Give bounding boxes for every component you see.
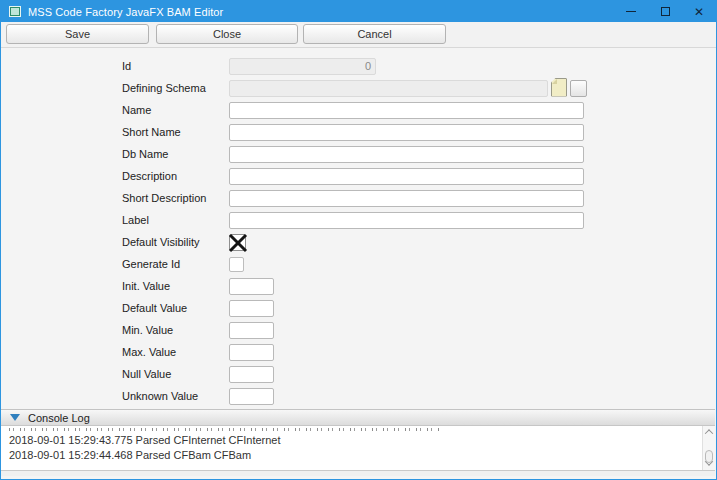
console-header[interactable]: Console Log <box>1 409 715 426</box>
name-input[interactable] <box>229 102 584 119</box>
description-label: Description <box>122 170 229 182</box>
pick-schema-button[interactable] <box>551 78 567 97</box>
clipped-log-line <box>9 428 441 431</box>
form-row-short-description: Short Description <box>1 187 715 209</box>
form-row-null-value: Null Value <box>1 363 715 385</box>
short-name-input[interactable] <box>229 124 584 141</box>
close-button[interactable]: ✕ <box>682 1 716 22</box>
log-line: 2018-09-01 15:29:44.468 Parsed CFBam CFB… <box>9 448 699 463</box>
maximize-button[interactable] <box>648 1 682 22</box>
console-panel: Console Log 2018-09-01 15:29:43.775 Pars… <box>1 409 715 478</box>
generate-id-checkbox[interactable] <box>229 257 244 272</box>
label-input[interactable] <box>229 212 584 229</box>
form-row-min-value: Min. Value <box>1 319 715 341</box>
scroll-down-icon[interactable] <box>706 460 713 467</box>
min-value-label: Min. Value <box>122 324 229 336</box>
attribute-form: Id 0 Defining Schema Name Short Name Db … <box>1 48 715 409</box>
null-value-input[interactable] <box>229 366 274 383</box>
short-name-label: Short Name <box>122 126 229 138</box>
cancel-button[interactable]: Cancel <box>303 24 446 44</box>
maximize-icon <box>661 7 670 16</box>
form-row-default-visibility: Default Visibility <box>1 231 715 253</box>
title-bar: MSS Code Factory JavaFX BAM Editor ✕ <box>1 1 716 22</box>
checkbox-x-icon <box>228 233 248 253</box>
form-row-generate-id: Generate Id <box>1 253 715 275</box>
default-visibility-label: Default Visibility <box>122 236 229 248</box>
short-description-label: Short Description <box>122 192 229 204</box>
label-label: Label <box>122 214 229 226</box>
close-form-button[interactable]: Close <box>156 24 298 44</box>
name-label: Name <box>122 104 229 116</box>
form-row-max-value: Max. Value <box>1 341 715 363</box>
form-row-unknown-value: Unknown Value <box>1 385 715 407</box>
app-window: MSS Code Factory JavaFX BAM Editor ✕ Sav… <box>0 0 717 480</box>
minimize-button[interactable] <box>614 1 648 22</box>
description-input[interactable] <box>229 168 584 185</box>
unknown-value-label: Unknown Value <box>122 390 229 402</box>
save-button[interactable]: Save <box>6 24 149 44</box>
form-row-name: Name <box>1 99 715 121</box>
form-row-id: Id 0 <box>1 55 715 77</box>
db-name-input[interactable] <box>229 146 584 163</box>
console-title: Console Log <box>28 412 90 424</box>
id-field: 0 <box>229 58 376 75</box>
view-schema-button[interactable] <box>570 80 587 97</box>
db-name-label: Db Name <box>122 148 229 160</box>
max-value-label: Max. Value <box>122 346 229 358</box>
unknown-value-input[interactable] <box>229 388 274 405</box>
window-title: MSS Code Factory JavaFX BAM Editor <box>28 6 614 18</box>
min-value-input[interactable] <box>229 322 274 339</box>
form-row-label: Label <box>1 209 715 231</box>
default-visibility-checkbox[interactable] <box>229 234 246 251</box>
init-value-input[interactable] <box>229 278 274 295</box>
init-value-label: Init. Value <box>122 280 229 292</box>
scroll-up-icon[interactable] <box>706 429 713 436</box>
window-controls: ✕ <box>614 1 716 22</box>
short-description-input[interactable] <box>229 190 584 207</box>
form-row-default-value: Default Value <box>1 297 715 319</box>
console-log-lines: 2018-09-01 15:29:43.775 Parsed CFInterne… <box>9 428 699 463</box>
default-value-label: Default Value <box>122 302 229 314</box>
id-label: Id <box>122 60 229 72</box>
form-row-init-value: Init. Value <box>1 275 715 297</box>
console-log-area[interactable]: 2018-09-01 15:29:43.775 Parsed CFInterne… <box>1 426 715 471</box>
toolbar: Save Close Cancel <box>1 22 716 48</box>
defining-schema-field <box>229 80 548 97</box>
console-scrollbar[interactable] <box>702 426 715 470</box>
collapse-triangle-icon[interactable] <box>10 414 20 421</box>
form-row-db-name: Db Name <box>1 143 715 165</box>
bottom-strip <box>1 471 715 476</box>
form-row-defining-schema: Defining Schema <box>1 77 715 99</box>
form-row-short-name: Short Name <box>1 121 715 143</box>
minimize-icon <box>626 11 636 12</box>
log-line: 2018-09-01 15:29:43.775 Parsed CFInterne… <box>9 433 699 448</box>
max-value-input[interactable] <box>229 344 274 361</box>
app-icon <box>9 6 21 17</box>
close-icon: ✕ <box>694 6 704 18</box>
null-value-label: Null Value <box>122 368 229 380</box>
defining-schema-label: Defining Schema <box>122 82 229 94</box>
form-row-description: Description <box>1 165 715 187</box>
generate-id-label: Generate Id <box>122 258 229 270</box>
default-value-input[interactable] <box>229 300 274 317</box>
